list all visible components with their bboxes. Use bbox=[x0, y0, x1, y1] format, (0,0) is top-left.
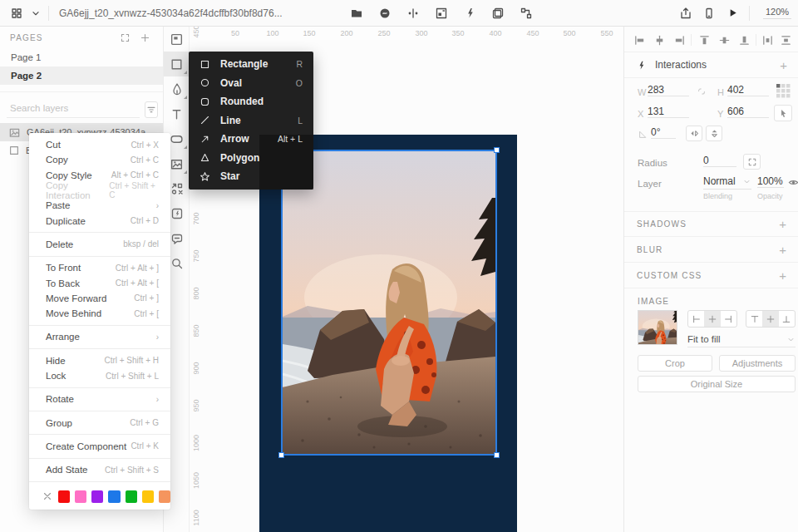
device-preview-icon[interactable] bbox=[697, 2, 721, 24]
image-align-center-icon[interactable] bbox=[704, 311, 720, 327]
pick-position-cursor-icon[interactable] bbox=[774, 105, 792, 121]
shape-menu-rounded[interactable]: Rounded bbox=[189, 92, 313, 111]
width-field[interactable] bbox=[648, 84, 689, 96]
rectangle-tool-icon[interactable] bbox=[164, 52, 190, 76]
shape-menu-polygon[interactable]: Polygon bbox=[189, 149, 313, 168]
swatch-red[interactable] bbox=[58, 490, 70, 503]
align-right-icon[interactable] bbox=[671, 32, 687, 48]
crop-button[interactable]: Crop bbox=[638, 355, 712, 372]
swatch-pink[interactable] bbox=[75, 490, 86, 503]
context-menu-group[interactable]: GroupCtrl + G bbox=[29, 415, 170, 430]
distribute-v-icon[interactable] bbox=[777, 32, 794, 48]
page-item-2[interactable]: Page 2 bbox=[0, 66, 163, 85]
image-align-left-icon[interactable] bbox=[688, 311, 704, 327]
page-item-1[interactable]: Page 1 bbox=[0, 48, 163, 66]
custom-css-section[interactable]: CUSTOM CSS+ bbox=[624, 263, 798, 288]
shape-menu-oval[interactable]: Oval O bbox=[189, 74, 313, 93]
context-menu-to-back[interactable]: To BackCtrl + Alt + [ bbox=[29, 275, 170, 290]
context-menu-hide[interactable]: HideCtrl + Shift + H bbox=[29, 353, 170, 368]
image-thumbnail[interactable] bbox=[638, 310, 677, 345]
blend-mode-select[interactable]: Normal bbox=[703, 175, 751, 190]
artboard-presets-icon[interactable] bbox=[430, 2, 453, 24]
swatch-blue[interactable] bbox=[108, 490, 120, 503]
shape-menu-rectangle[interactable]: Rectangle R bbox=[189, 55, 313, 74]
context-menu-lock[interactable]: LockCtrl + Shift + L bbox=[29, 368, 170, 383]
swatch-purple[interactable] bbox=[91, 490, 103, 503]
radius-field[interactable] bbox=[703, 155, 736, 167]
blur-section[interactable]: BLUR+ bbox=[624, 237, 798, 263]
align-bottom-icon[interactable] bbox=[736, 32, 752, 48]
filter-icon[interactable] bbox=[145, 101, 158, 118]
add-interaction-icon[interactable]: + bbox=[780, 58, 787, 72]
shape-menu-line[interactable]: Line L bbox=[189, 111, 313, 131]
search-layers-input[interactable] bbox=[7, 101, 140, 118]
add-page-icon[interactable] bbox=[136, 29, 153, 46]
constrain-link-icon[interactable] bbox=[696, 86, 707, 97]
add-css-icon[interactable]: + bbox=[779, 268, 786, 283]
canvas-photo[interactable] bbox=[283, 151, 495, 454]
swatch-green[interactable] bbox=[126, 490, 137, 503]
image-align-right-icon[interactable] bbox=[721, 311, 736, 327]
link-nodes-icon[interactable] bbox=[515, 2, 538, 24]
shadows-section[interactable]: SHADOWS+ bbox=[624, 211, 798, 237]
visibility-eye-icon[interactable] bbox=[787, 174, 798, 190]
flip-horizontal-icon[interactable] bbox=[686, 126, 702, 141]
context-menu-to-front[interactable]: To FrontCtrl + Alt + ] bbox=[29, 260, 170, 275]
distribute-h-icon[interactable] bbox=[759, 32, 776, 48]
align-middle-icon[interactable] bbox=[716, 32, 732, 48]
align-left-icon[interactable] bbox=[631, 32, 648, 48]
horizontal-ruler[interactable]: 50 100 150 200 250 300 350 400 450 500 5… bbox=[190, 27, 623, 40]
text-tool-icon[interactable] bbox=[164, 101, 190, 126]
shape-menu-star[interactable]: Star bbox=[189, 167, 313, 186]
shape-menu-arrow[interactable]: Arrow Alt + L bbox=[189, 130, 313, 149]
image-align-bottom-icon[interactable] bbox=[779, 311, 795, 327]
swatch-orange[interactable] bbox=[159, 490, 170, 503]
flip-vertical-icon[interactable] bbox=[706, 126, 722, 141]
align-top-icon[interactable] bbox=[696, 32, 712, 48]
snap-grid-icon[interactable] bbox=[776, 84, 791, 98]
context-menu-create-component[interactable]: Create ComponentCtrl + K bbox=[29, 439, 170, 454]
y-field[interactable] bbox=[727, 106, 769, 118]
expand-icon[interactable] bbox=[116, 29, 133, 46]
height-field[interactable] bbox=[727, 84, 769, 96]
lightning-icon[interactable] bbox=[458, 2, 481, 24]
interactions-section[interactable]: Interactions + bbox=[624, 52, 798, 78]
folder-icon[interactable] bbox=[345, 2, 368, 24]
context-menu-move-behind[interactable]: Move BehindCtrl + [ bbox=[29, 306, 170, 321]
context-menu-add-state[interactable]: Add StateCtrl + Shift + S bbox=[29, 462, 170, 477]
opacity-field[interactable] bbox=[757, 175, 784, 188]
swatch-yellow[interactable] bbox=[142, 490, 154, 503]
chevron-down-icon[interactable] bbox=[28, 2, 43, 24]
frame-tool-icon[interactable] bbox=[164, 27, 190, 52]
apps-grid-icon[interactable] bbox=[5, 2, 28, 24]
align-settings-icon[interactable] bbox=[401, 2, 425, 24]
adjustments-button[interactable]: Adjustments bbox=[719, 355, 796, 372]
context-menu-cut[interactable]: CutCtrl + X bbox=[29, 137, 170, 152]
context-menu-rotate[interactable]: Rotate› bbox=[29, 392, 170, 406]
menu-separator bbox=[29, 348, 170, 349]
context-menu-delete[interactable]: Deletebksp / del bbox=[29, 237, 170, 252]
rotation-field[interactable] bbox=[651, 126, 676, 139]
menu-separator bbox=[29, 458, 170, 459]
export-icon[interactable] bbox=[674, 2, 697, 24]
image-align-top-icon[interactable] bbox=[746, 311, 762, 327]
layer-label: Layer bbox=[638, 179, 662, 189]
align-center-h-icon[interactable] bbox=[651, 32, 667, 48]
zoom-level[interactable]: 120% bbox=[763, 7, 791, 19]
add-blur-icon[interactable]: + bbox=[779, 243, 786, 257]
context-menu-arrange[interactable]: Arrange› bbox=[29, 329, 170, 344]
add-shadow-icon[interactable]: + bbox=[779, 217, 786, 231]
pages-overlap-icon[interactable] bbox=[486, 2, 510, 24]
corner-radius-icon[interactable] bbox=[743, 154, 761, 170]
swatch-none-icon[interactable] bbox=[41, 490, 53, 503]
image-align-middle-icon[interactable] bbox=[762, 311, 778, 327]
play-icon[interactable] bbox=[721, 2, 744, 24]
original-size-button[interactable]: Original Size bbox=[638, 376, 796, 392]
pen-tool-icon[interactable] bbox=[164, 76, 190, 101]
icons8-library-icon[interactable] bbox=[373, 2, 397, 24]
context-menu-duplicate[interactable]: DuplicateCtrl + D bbox=[29, 213, 170, 228]
fit-mode-select[interactable]: Fit to fill bbox=[687, 334, 796, 347]
context-menu-copy[interactable]: CopyCtrl + C bbox=[29, 152, 170, 167]
x-field[interactable] bbox=[648, 106, 689, 118]
context-menu-move-forward[interactable]: Move ForwardCtrl + ] bbox=[29, 291, 170, 306]
